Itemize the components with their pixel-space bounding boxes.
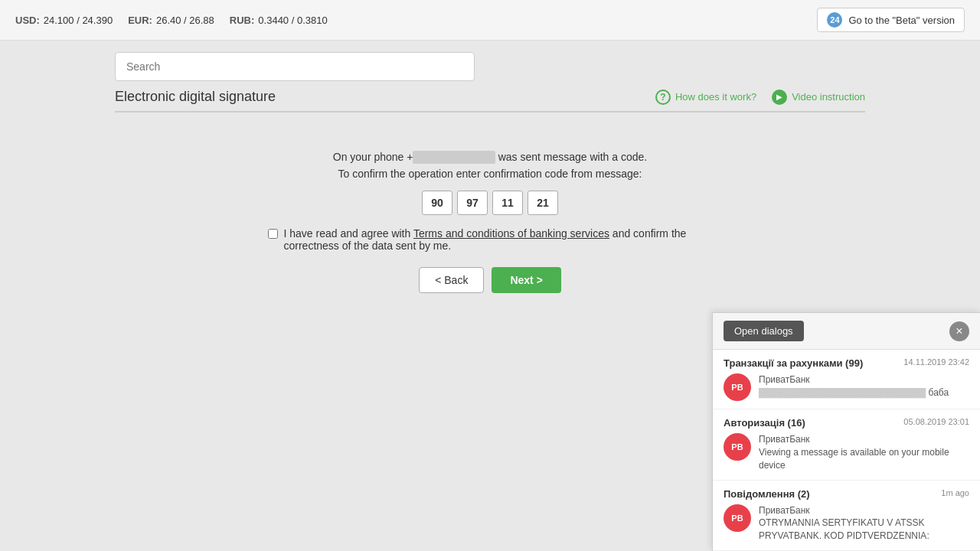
main-content: Electronic digital signature ? How does … bbox=[0, 89, 980, 308]
how-it-works-link[interactable]: ? How does it work? bbox=[655, 90, 756, 105]
avatar-1: PB bbox=[724, 373, 751, 401]
play-icon: ▶ bbox=[772, 90, 787, 105]
rub-rate: RUB: 0.3440 / 0.3810 bbox=[230, 15, 328, 26]
dialog-time-3: 1m ago bbox=[941, 488, 969, 500]
avatar-2: PB bbox=[724, 433, 751, 461]
dialog-item-2[interactable]: Авторизація (16) 05.08.2019 23:01 PB При… bbox=[713, 409, 980, 480]
code-digit-1[interactable]: 90 bbox=[422, 191, 452, 215]
dialog-body-1: PB ПриватБанк ██████████████████████████… bbox=[724, 373, 969, 401]
video-instruction-link[interactable]: ▶ Video instruction bbox=[772, 90, 865, 105]
search-input[interactable] bbox=[115, 52, 475, 81]
beta-badge: 24 bbox=[827, 12, 842, 28]
sender-2: ПриватБанк bbox=[759, 434, 810, 445]
sender-1: ПриватБанк bbox=[759, 374, 810, 385]
avatar-3: PB bbox=[724, 504, 751, 532]
dialog-body-3: PB ПриватБанк OTRYMANNIA SERTYFIKATU V A… bbox=[724, 504, 969, 543]
message-pre: On your phone + bbox=[333, 151, 413, 163]
terms-text: I have read and agree with Terms and con… bbox=[284, 227, 713, 252]
question-icon: ? bbox=[655, 90, 671, 105]
code-digit-4[interactable]: 21 bbox=[528, 191, 558, 215]
message-post: was sent message with a code. bbox=[495, 151, 647, 163]
dialog-title-2: Авторизація (16) bbox=[724, 417, 805, 429]
back-button[interactable]: < Back bbox=[419, 267, 484, 293]
masked-preview-1: ████████████████████████████ bbox=[759, 388, 926, 397]
usd-value: 24.100 / 24.390 bbox=[44, 15, 113, 26]
dialog-preview-3: ПриватБанк OTRYMANNIA SERTYFIKATU V ATSS… bbox=[759, 504, 969, 543]
open-dialogs-button[interactable]: Open dialogs bbox=[724, 321, 804, 341]
beta-version-button[interactable]: 24 Go to the "Beta" version bbox=[817, 8, 965, 32]
rub-label: RUB: bbox=[230, 15, 255, 26]
code-inputs: 90 97 11 21 bbox=[115, 191, 865, 215]
dialog-top-3: Повідомлення (2) 1m ago bbox=[724, 488, 969, 500]
sender-3: ПриватБанк bbox=[759, 505, 810, 516]
code-digit-2[interactable]: 97 bbox=[457, 191, 488, 215]
dialog-time-2: 05.08.2019 23:01 bbox=[903, 417, 969, 429]
page-title: Electronic digital signature bbox=[115, 89, 276, 105]
dialog-title-3: Повідомлення (2) bbox=[724, 488, 810, 500]
top-bar: USD: 24.100 / 24.390 EUR: 26.40 / 26.88 … bbox=[0, 0, 980, 41]
dialog-item-1[interactable]: Транзакції за рахунками (99) 14.11.2019 … bbox=[713, 350, 980, 409]
message-line2: To confirm the operation enter confirmat… bbox=[115, 168, 865, 180]
help-links: ? How does it work? ▶ Video instruction bbox=[655, 90, 865, 105]
beta-btn-label: Go to the "Beta" version bbox=[848, 15, 955, 26]
dialog-preview-2: ПриватБанк Viewing a message is availabl… bbox=[759, 433, 969, 471]
search-container bbox=[0, 41, 980, 89]
terms-pre: I have read and agree with bbox=[284, 227, 413, 240]
usd-rate: USD: 24.100 / 24.390 bbox=[15, 15, 113, 26]
chat-panel: Open dialogs × Транзакції за рахунками (… bbox=[712, 312, 980, 551]
eur-value: 26.40 / 26.88 bbox=[156, 15, 214, 26]
close-chat-button[interactable]: × bbox=[949, 321, 969, 341]
terms-checkbox[interactable] bbox=[268, 229, 278, 239]
dialog-time-1: 14.11.2019 23:42 bbox=[903, 357, 969, 369]
code-digit-3[interactable]: 11 bbox=[492, 191, 523, 215]
dialog-top-1: Транзакції за рахунками (99) 14.11.2019 … bbox=[724, 357, 969, 369]
rub-value: 0.3440 / 0.3810 bbox=[258, 15, 327, 26]
phone-masked: ███ ███ ████ bbox=[413, 151, 495, 164]
eur-rate: EUR: 26.40 / 26.88 bbox=[128, 15, 214, 26]
terms-row: I have read and agree with Terms and con… bbox=[115, 227, 865, 252]
dialog-item-3[interactable]: Повідомлення (2) 1m ago PB ПриватБанк OT… bbox=[713, 481, 980, 551]
terms-link[interactable]: Terms and conditions of banking services bbox=[413, 227, 609, 240]
message-line1: On your phone +███ ███ ████ was sent mes… bbox=[115, 151, 865, 163]
how-it-works-label: How does it work? bbox=[675, 91, 756, 103]
chat-header: Open dialogs × bbox=[713, 313, 980, 350]
next-button[interactable]: Next > bbox=[492, 267, 560, 293]
usd-label: USD: bbox=[15, 15, 40, 26]
dialog-title-1: Транзакції за рахунками (99) bbox=[724, 357, 863, 369]
video-instruction-label: Video instruction bbox=[792, 91, 865, 103]
form-area: On your phone +███ ███ ████ was sent mes… bbox=[115, 135, 865, 308]
dialog-body-2: PB ПриватБанк Viewing a message is avail… bbox=[724, 433, 969, 471]
button-row: < Back Next > bbox=[115, 267, 865, 293]
exchange-rates: USD: 24.100 / 24.390 EUR: 26.40 / 26.88 … bbox=[15, 15, 328, 26]
dialog-top-2: Авторизація (16) 05.08.2019 23:01 bbox=[724, 417, 969, 429]
page-header: Electronic digital signature ? How does … bbox=[115, 89, 865, 112]
dialog-preview-1: ПриватБанк ████████████████████████████ … bbox=[759, 373, 949, 399]
eur-label: EUR: bbox=[128, 15, 152, 26]
